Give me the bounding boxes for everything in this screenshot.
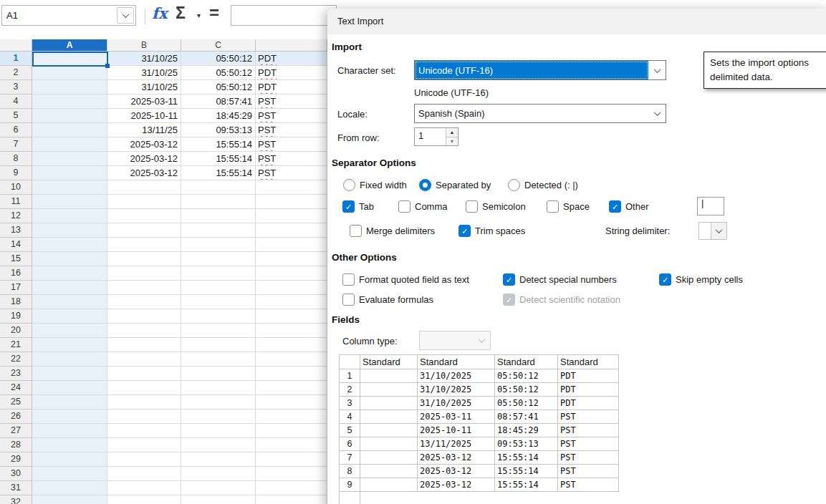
cell-B10[interactable] bbox=[107, 180, 181, 195]
checkbox-evaluate-formulas[interactable]: Evaluate formulas bbox=[342, 292, 433, 306]
row-header-4[interactable]: 4 bbox=[0, 94, 32, 109]
cell-D18[interactable] bbox=[256, 295, 327, 309]
column-header-B[interactable]: B bbox=[107, 39, 181, 52]
cell-C13[interactable] bbox=[181, 223, 256, 238]
preview-cell-r1c3[interactable]: 05:50:12 bbox=[495, 369, 558, 383]
cell-B26[interactable] bbox=[107, 410, 181, 424]
preview-cell-r7c2[interactable]: 2025-03-12 bbox=[418, 451, 495, 465]
string-delimiter-dropdown-button[interactable] bbox=[711, 223, 726, 239]
cell-A17[interactable] bbox=[32, 281, 107, 295]
preview-cell-r7c4[interactable]: PST bbox=[558, 451, 619, 465]
preview-cell-r6c2[interactable]: 13/11/2025 bbox=[418, 437, 495, 451]
row-header-17[interactable]: 17 bbox=[0, 281, 32, 295]
cell-C25[interactable] bbox=[181, 395, 256, 410]
from-row-spinner[interactable]: 1 ▲ ▼ bbox=[414, 127, 458, 146]
cell-C5[interactable]: 18:45:29 bbox=[181, 109, 256, 123]
preview-cell-r2c3[interactable]: 05:50:12 bbox=[495, 383, 558, 397]
row-header-12[interactable]: 12 bbox=[0, 209, 32, 223]
row-header-26[interactable]: 26 bbox=[0, 410, 32, 424]
cell-C9[interactable]: 15:55:14 bbox=[181, 166, 256, 180]
cell-D22[interactable] bbox=[256, 352, 327, 367]
preview-cell-r9c2[interactable]: 2025-03-12 bbox=[418, 478, 495, 492]
sum-icon[interactable]: Σ bbox=[176, 4, 186, 23]
cell-A4[interactable] bbox=[32, 94, 107, 109]
checkbox-trim-spaces[interactable]: Trim spaces bbox=[458, 223, 525, 238]
radio-detected[interactable]: Detected (: |) bbox=[508, 178, 578, 192]
cell-B11[interactable] bbox=[107, 195, 181, 209]
cell-C19[interactable] bbox=[181, 309, 256, 324]
preview-cell-r1c1[interactable] bbox=[360, 369, 418, 383]
cell-A11[interactable] bbox=[32, 195, 107, 209]
cell-C27[interactable] bbox=[181, 424, 256, 438]
cell-B28[interactable] bbox=[107, 438, 181, 452]
preview-cell-r5c1[interactable] bbox=[360, 424, 418, 437]
preview-cell-r4c3[interactable]: 08:57:41 bbox=[495, 410, 558, 424]
preview-cell-r9c3[interactable]: 15:55:14 bbox=[495, 478, 558, 492]
cell-B1[interactable]: 31/10/25 bbox=[107, 52, 181, 66]
preview-cell-r1c4[interactable]: PDT bbox=[558, 369, 619, 383]
row-header-14[interactable]: 14 bbox=[0, 238, 32, 252]
preview-cell-r7c1[interactable] bbox=[360, 451, 418, 465]
cell-D24[interactable] bbox=[256, 381, 327, 395]
cell-C4[interactable]: 08:57:41 bbox=[181, 94, 256, 109]
formula-input[interactable] bbox=[231, 5, 337, 26]
preview-cell-r6c1[interactable] bbox=[360, 437, 418, 451]
cell-D23[interactable] bbox=[256, 367, 327, 381]
preview-column-type-4[interactable]: Standard bbox=[558, 355, 619, 369]
preview-cell-r4c4[interactable]: PST bbox=[558, 410, 619, 424]
cell-D17[interactable] bbox=[256, 281, 327, 295]
row-header-16[interactable]: 16 bbox=[0, 266, 32, 281]
cell-D29[interactable] bbox=[256, 452, 327, 467]
cell-B19[interactable] bbox=[107, 309, 181, 324]
row-header-24[interactable]: 24 bbox=[0, 381, 32, 395]
row-header-13[interactable]: 13 bbox=[0, 223, 32, 238]
cell-B25[interactable] bbox=[107, 395, 181, 410]
checkbox-other[interactable]: Other bbox=[609, 199, 649, 213]
row-header-10[interactable]: 10 bbox=[0, 180, 32, 195]
row-header-6[interactable]: 6 bbox=[0, 123, 32, 137]
cell-A21[interactable] bbox=[32, 338, 107, 352]
row-header-7[interactable]: 7 bbox=[0, 137, 32, 152]
locale-dropdown-button[interactable] bbox=[648, 105, 666, 122]
cell-C20[interactable] bbox=[181, 324, 256, 338]
cell-A28[interactable] bbox=[32, 438, 107, 452]
cell-D30[interactable] bbox=[256, 467, 327, 481]
spin-down-icon[interactable]: ▼ bbox=[446, 137, 458, 146]
preview-cell-r1c2[interactable]: 31/10/2025 bbox=[418, 369, 495, 383]
cell-D5[interactable]: PST bbox=[256, 109, 327, 123]
checkbox-comma[interactable]: Comma bbox=[398, 199, 448, 213]
cell-A6[interactable] bbox=[32, 123, 107, 137]
cell-B15[interactable] bbox=[107, 252, 181, 266]
cell-A2[interactable] bbox=[32, 66, 107, 80]
cell-B13[interactable] bbox=[107, 223, 181, 238]
preview-cell-r5c3[interactable]: 18:45:29 bbox=[495, 424, 558, 437]
preview-column-type-3[interactable]: Standard bbox=[495, 355, 558, 369]
row-header-28[interactable]: 28 bbox=[0, 438, 32, 452]
row-header-15[interactable]: 15 bbox=[0, 252, 32, 266]
cell-C31[interactable] bbox=[181, 481, 256, 495]
cell-B23[interactable] bbox=[107, 367, 181, 381]
preview-cell-r5c4[interactable]: PST bbox=[558, 424, 619, 437]
cell-A30[interactable] bbox=[32, 467, 107, 481]
preview-cell-r5c2[interactable]: 2025-10-11 bbox=[418, 424, 495, 437]
row-header-32[interactable]: 32 bbox=[0, 495, 32, 504]
preview-cell-r4c2[interactable]: 2025-03-11 bbox=[418, 410, 495, 424]
row-header-29[interactable]: 29 bbox=[0, 452, 32, 467]
cell-B29[interactable] bbox=[107, 452, 181, 467]
cell-B7[interactable]: 2025-03-12 bbox=[107, 137, 181, 152]
cell-A5[interactable] bbox=[32, 109, 107, 123]
cell-C3[interactable]: 05:50:12 bbox=[181, 80, 256, 94]
cell-C22[interactable] bbox=[181, 352, 256, 367]
checkbox-skip-empty-cells[interactable]: Skip empty cells bbox=[659, 272, 743, 286]
select-all-corner[interactable] bbox=[0, 39, 32, 52]
cell-B2[interactable]: 31/10/25 bbox=[107, 66, 181, 80]
preview-cell-r6c4[interactable]: PST bbox=[558, 437, 619, 451]
cell-D7[interactable]: PST bbox=[256, 137, 327, 152]
checkbox-format-quoted-field-as-text[interactable]: Format quoted field as text bbox=[342, 272, 469, 286]
cell-A24[interactable] bbox=[32, 381, 107, 395]
row-header-11[interactable]: 11 bbox=[0, 195, 32, 209]
cell-D2[interactable]: PDT bbox=[256, 66, 327, 80]
cell-D19[interactable] bbox=[256, 309, 327, 324]
preview-cell-r2c4[interactable]: PDT bbox=[558, 383, 619, 397]
preview-cell-r2c2[interactable]: 31/10/2025 bbox=[418, 383, 495, 397]
